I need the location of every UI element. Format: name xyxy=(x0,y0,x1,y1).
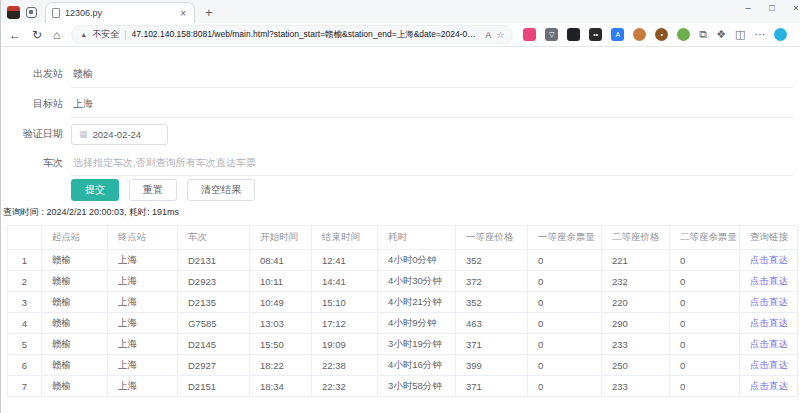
verify-date-row: 验证日期 ▦ 2024-02-24 xyxy=(1,122,793,146)
table-cell: 上海 xyxy=(108,355,178,376)
table-cell: 7 xyxy=(8,376,42,397)
table-cell: 0 xyxy=(528,250,602,271)
extension-pink-icon[interactable] xyxy=(523,28,536,41)
table-cell: 0 xyxy=(670,250,740,271)
direct-link[interactable]: 点击直达 xyxy=(750,275,788,286)
table-cell: 1 xyxy=(8,250,42,271)
maximize-button[interactable]: □ xyxy=(760,0,784,16)
table-cell: 0 xyxy=(528,376,602,397)
table-cell: 12:41 xyxy=(312,250,378,271)
table-cell: G7585 xyxy=(178,313,250,334)
extension-shield-icon[interactable]: ▽ xyxy=(545,28,558,41)
reset-button[interactable]: 重置 xyxy=(129,179,177,201)
table-cell: 10:11 xyxy=(250,271,312,292)
workspaces-icon[interactable] xyxy=(26,7,37,18)
verify-date-input[interactable]: ▦ 2024-02-24 xyxy=(71,124,168,145)
train-number-input[interactable]: 选择指定车次,否则查询所有车次直达车票 xyxy=(71,150,793,176)
table-cell: 点击直达 xyxy=(740,334,798,355)
table-cell: D2131 xyxy=(178,250,250,271)
table-cell: 点击直达 xyxy=(740,292,798,313)
results-table-header-row: 起点站终点站车次开始时间结束时间耗时一等座价格一等座余票量二等座价格二等座余票量… xyxy=(8,226,798,250)
table-cell: 4小时0分钟 xyxy=(378,250,456,271)
profile-avatar[interactable] xyxy=(7,6,20,19)
departure-station-row: 出发站 赣榆 xyxy=(1,60,793,88)
train-number-label: 车次 xyxy=(1,156,63,170)
table-cell: 点击直达 xyxy=(740,271,798,292)
back-icon[interactable]: ← xyxy=(9,29,21,41)
browser-toolbar: ← ↻ ⌂ ▲ 不安全 | 47.102.140.158:8081/web/ma… xyxy=(1,23,800,47)
read-aloud-icon[interactable]: A xyxy=(485,30,491,40)
direct-link[interactable]: 点击直达 xyxy=(750,338,788,349)
direct-link[interactable]: 点击直达 xyxy=(750,254,788,265)
extension-cookie-icon[interactable] xyxy=(633,28,646,41)
table-cell: 18:22 xyxy=(250,355,312,376)
browser-tab[interactable]: 12306.py × xyxy=(45,2,195,23)
direct-link[interactable]: 点击直达 xyxy=(750,380,788,391)
column-header: 终点站 xyxy=(108,226,178,250)
tab-title: 12306.py xyxy=(65,8,173,18)
table-cell: 4小时30分钟 xyxy=(378,271,456,292)
departure-station-input[interactable]: 赣榆 xyxy=(71,60,793,88)
table-cell: 点击直达 xyxy=(740,355,798,376)
security-label[interactable]: 不安全 xyxy=(92,28,119,41)
table-cell: 371 xyxy=(456,334,528,355)
departure-station-label: 出发站 xyxy=(1,67,63,81)
table-row: 7赣榆上海D215118:3422:323小时58分钟37102330点击直达 xyxy=(8,376,798,397)
column-header: 一等座价格 xyxy=(456,226,528,250)
split-screen-icon[interactable]: ◫ xyxy=(735,28,745,41)
table-row: 6赣榆上海D292718:2222:384小时16分钟39902500点击直达 xyxy=(8,355,798,376)
table-cell: 0 xyxy=(670,271,740,292)
table-cell: 250 xyxy=(602,355,670,376)
table-cell: 0 xyxy=(528,313,602,334)
table-cell: 3小时58分钟 xyxy=(378,376,456,397)
table-cell: 赣榆 xyxy=(42,376,108,397)
tab-close-icon[interactable]: × xyxy=(178,8,188,19)
table-cell: 0 xyxy=(528,271,602,292)
direct-link[interactable]: 点击直达 xyxy=(750,359,788,370)
table-cell: 399 xyxy=(456,355,528,376)
browser-tab-bar: 12306.py × + – □ × xyxy=(1,0,800,23)
minimize-button[interactable]: – xyxy=(736,0,760,16)
extension-green-icon[interactable] xyxy=(677,28,690,41)
table-cell: 0 xyxy=(528,292,602,313)
url-text[interactable]: 47.102.140.158:8081/web/main.html?statio… xyxy=(132,29,481,41)
tab-groups-icon[interactable]: ⧉ xyxy=(699,28,707,41)
table-cell: 0 xyxy=(670,334,740,355)
extension-cookie2-icon[interactable]: • xyxy=(655,28,668,41)
direct-link[interactable]: 点击直达 xyxy=(750,317,788,328)
table-cell: 0 xyxy=(670,292,740,313)
verify-date-value: 2024-02-24 xyxy=(93,129,142,140)
table-cell: 3小时19分钟 xyxy=(378,334,456,355)
more-icon[interactable]: ⋯ xyxy=(754,28,765,41)
table-cell: D2927 xyxy=(178,355,250,376)
address-bar[interactable]: ▲ 不安全 | 47.102.140.158:8081/web/main.htm… xyxy=(71,25,513,44)
submit-button[interactable]: 提交 xyxy=(71,179,119,201)
favorite-star-icon[interactable]: ☆ xyxy=(496,30,504,40)
home-icon[interactable]: ⌂ xyxy=(53,29,60,41)
table-cell: 08:41 xyxy=(250,250,312,271)
direct-link[interactable]: 点击直达 xyxy=(750,296,788,307)
reload-icon[interactable]: ↻ xyxy=(32,29,42,41)
table-cell: 221 xyxy=(602,250,670,271)
shapes-icon[interactable]: ❖ xyxy=(716,28,726,41)
extension-translate-icon[interactable]: А xyxy=(611,28,624,41)
column-header: 车次 xyxy=(178,226,250,250)
table-cell: D2145 xyxy=(178,334,250,355)
query-status-text: 查询时间 : 2024/2/21 20:00:03, 耗时: 191ms xyxy=(3,206,179,219)
window-controls: – □ × xyxy=(736,0,800,16)
table-cell: 0 xyxy=(670,376,740,397)
extension-dark-icon[interactable] xyxy=(567,28,580,41)
close-button[interactable]: × xyxy=(784,0,800,16)
new-tab-button[interactable]: + xyxy=(205,5,213,20)
clear-results-button[interactable]: 清空结果 xyxy=(187,179,255,201)
copilot-icon[interactable] xyxy=(774,28,787,41)
table-cell: 上海 xyxy=(108,250,178,271)
table-cell: D2151 xyxy=(178,376,250,397)
results-table: 起点站终点站车次开始时间结束时间耗时一等座价格一等座余票量二等座价格二等座余票量… xyxy=(7,225,798,397)
calendar-icon: ▦ xyxy=(79,129,88,139)
table-cell: 22:38 xyxy=(312,355,378,376)
extension-monkey-icon[interactable]: •• xyxy=(589,28,602,41)
table-cell: 5 xyxy=(8,334,42,355)
target-station-input[interactable]: 上海 xyxy=(71,90,793,118)
table-cell: 233 xyxy=(602,334,670,355)
